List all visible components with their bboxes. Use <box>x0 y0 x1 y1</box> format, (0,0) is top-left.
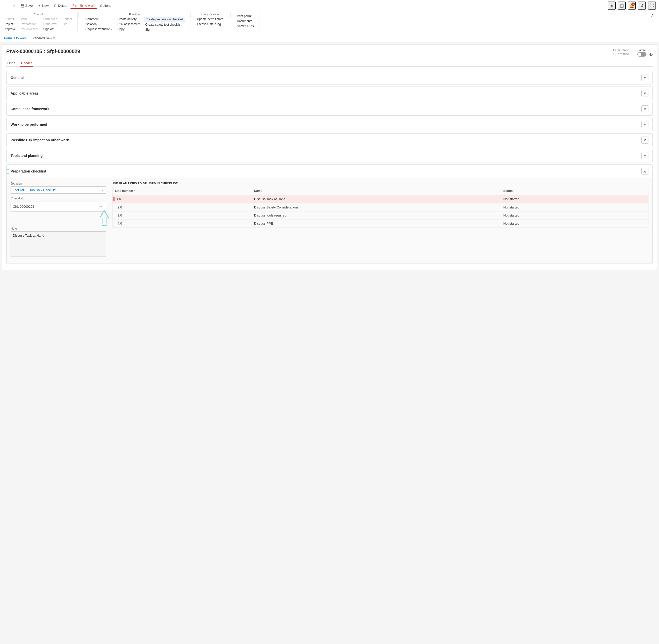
section-tools-planning-toggle[interactable]: ∨ <box>641 152 649 159</box>
copy-button[interactable]: Copy <box>116 27 142 31</box>
section-applicable-areas-header[interactable]: Applicable areas ∨ <box>6 87 653 100</box>
section-tools-planning-header[interactable]: Tools and planning ∨ <box>6 149 653 162</box>
job-plan-select[interactable]: Tool Talk Tool Talk Checklist ∨ <box>10 186 106 193</box>
create-safety-test-checklist-button[interactable]: Create safety test checklist <box>144 22 185 27</box>
parent-item: Parent No <box>637 48 653 56</box>
tab-header[interactable]: Header <box>20 60 33 67</box>
note-textarea[interactable]: Discuss Task at Hand <box>10 231 106 256</box>
create-preparation-checklist-button[interactable]: Create preparation checklist <box>144 17 185 22</box>
checklist-lookup-icon[interactable]: ⇒ <box>97 203 104 210</box>
table-row[interactable]: 2.0 Discuss Safety Considerations Not st… <box>112 203 649 211</box>
new-button[interactable]: ＋ New <box>36 2 50 9</box>
svg-marker-1 <box>100 210 109 226</box>
ribbon-collapse-button[interactable]: ∧ <box>649 12 656 18</box>
checklist-label: Checklist <box>10 197 106 200</box>
control-col-3: Surrender Hand-over Sign off <box>42 17 59 31</box>
function-items: Comment Isolation Request extension Crea… <box>84 17 185 32</box>
create-activity-button[interactable]: Create activity <box>116 17 142 21</box>
section-compliance-framework-header[interactable]: Compliance framework ∨ <box>6 102 653 115</box>
cyan-arrow-annotation-up <box>100 210 109 226</box>
file-button[interactable]: File <box>61 22 73 26</box>
diamond-icon[interactable]: ◈ <box>608 1 616 9</box>
parent-toggle[interactable] <box>637 52 646 56</box>
section-applicable-areas-toggle[interactable]: ∨ <box>641 90 649 97</box>
preparation-button[interactable]: Preparation <box>19 22 40 26</box>
breadcrumb-separator: | <box>29 36 29 40</box>
section-compliance-framework-title: Compliance framework <box>10 107 49 111</box>
back-icon: ← <box>5 4 8 7</box>
void-button[interactable]: Void <box>19 17 40 21</box>
top-icons: ◈ ◫ 🔔 0 ↺ ⛶ <box>608 1 656 9</box>
comment-button[interactable]: Comment <box>84 17 114 21</box>
cell-status: Not started <box>501 211 607 219</box>
delete-button[interactable]: 🗑 Delete <box>51 3 69 8</box>
ribbon-section-print: Print permit Documents Show SOP's <box>232 12 260 32</box>
section-tools-planning: Tools and planning ∨ <box>6 149 653 162</box>
ribbon-sections: Control Submit Reject Approve Void Prepa… <box>3 12 656 32</box>
cell-status: Not started <box>501 219 607 227</box>
job-plan-select-inner: Tool Talk Tool Talk Checklist <box>13 188 57 192</box>
checklist-input[interactable]: Chlt-00000292 ⇒ <box>10 201 106 212</box>
cell-name: Discuss PPE <box>251 219 501 227</box>
section-general-header[interactable]: General ∨ <box>6 71 653 84</box>
cancel-button[interactable]: Cancel <box>61 17 73 21</box>
approve-button[interactable]: Approve <box>3 27 17 31</box>
th-name: Name <box>251 187 501 195</box>
table-row[interactable]: 3.0 Discuss tools required Not started <box>112 211 649 219</box>
issue-accept-button[interactable]: Issue-Accept <box>19 27 40 31</box>
sign-off-button[interactable]: Sign off <box>42 27 59 31</box>
section-compliance-framework-toggle[interactable]: ∨ <box>641 106 649 112</box>
cell-name: Discuss Safety Considerations <box>251 203 501 211</box>
section-risk-impact-toggle[interactable]: ∨ <box>641 137 649 144</box>
cell-actions <box>607 219 648 227</box>
table-row[interactable]: 1.0 Discuss Task at Hand Not started <box>112 195 649 203</box>
delete-icon: 🗑 <box>53 4 57 7</box>
main-page: Ptwk-00000105 : Sfpl-00000029 Permit sta… <box>2 44 657 270</box>
breadcrumb-link[interactable]: Permits to work <box>4 36 27 40</box>
save-button[interactable]: 💾 Save <box>18 3 35 8</box>
refresh-icon[interactable]: ↺ <box>638 1 646 9</box>
section-risk-impact-header[interactable]: Possible risk impact on other work ∨ <box>6 134 653 146</box>
menu-button[interactable]: ≡ <box>11 3 17 8</box>
risk-assessment-button[interactable]: Risk assessment <box>116 22 142 26</box>
note-field-group: Note Discuss Task at Hand <box>10 227 106 256</box>
documents-button[interactable]: Documents <box>236 19 256 23</box>
section-preparation-checklist-toggle[interactable]: ∧ <box>641 168 649 175</box>
print-section-title <box>236 12 256 13</box>
sidebar-toggle-icon[interactable]: ◫ <box>618 1 626 9</box>
cell-actions <box>607 203 648 211</box>
show-sops-button[interactable]: Show SOP's <box>236 24 256 28</box>
lifecycle-state-log-button[interactable]: Lifecycle state log <box>196 22 225 26</box>
cell-name: Discuss Task at Hand <box>251 195 501 203</box>
table-row[interactable]: 4.0 Discuss PPE Not started <box>112 219 649 227</box>
record-meta: Permit status Submitted Parent No <box>613 48 653 56</box>
surrender-button[interactable]: Surrender <box>42 17 59 21</box>
plus-icon: ＋ <box>38 3 41 8</box>
fullscreen-icon[interactable]: ⛶ <box>648 1 656 9</box>
sign-button[interactable]: Sign <box>144 27 185 32</box>
save-icon: 💾 <box>20 4 24 7</box>
isolation-button[interactable]: Isolation <box>84 22 114 26</box>
breadcrumb-view-selector[interactable]: Standard view ▾ <box>31 36 55 40</box>
update-permit-state-button[interactable]: Update permit state <box>196 17 225 21</box>
section-general-toggle[interactable]: ∨ <box>641 74 649 81</box>
options-button[interactable]: Options <box>98 3 113 8</box>
section-work-to-be-performed-header[interactable]: Work to be performed ∨ <box>6 118 653 131</box>
permits-to-work-nav[interactable]: Permits to work <box>70 2 97 9</box>
back-button[interactable]: ← <box>3 3 10 8</box>
th-line-number[interactable]: Line number ↑ <box>112 187 251 195</box>
tab-lines[interactable]: Lines <box>6 60 16 67</box>
checklist-field-group: Checklist Chlt-00000292 ⇒ <box>10 197 106 212</box>
reject-button[interactable]: Reject <box>3 22 17 26</box>
hand-over-button[interactable]: Hand-over <box>42 22 59 26</box>
ribbon-section-function: Function Comment Isolation Request exten… <box>80 12 189 32</box>
permit-status-label: Permit status <box>613 48 629 51</box>
cell-status: Not started <box>501 195 607 203</box>
notifications-icon[interactable]: 🔔 0 <box>628 1 636 9</box>
section-work-to-be-performed-toggle[interactable]: ∨ <box>641 121 649 128</box>
submit-button[interactable]: Submit <box>3 17 17 21</box>
request-extension-button[interactable]: Request extension <box>84 27 114 31</box>
section-preparation-checklist-header[interactable]: Preparation checklist ∧ <box>6 165 653 178</box>
print-permit-button[interactable]: Print permit <box>236 14 256 18</box>
lifecycle-items: Update permit state Lifecycle state log <box>196 17 225 26</box>
